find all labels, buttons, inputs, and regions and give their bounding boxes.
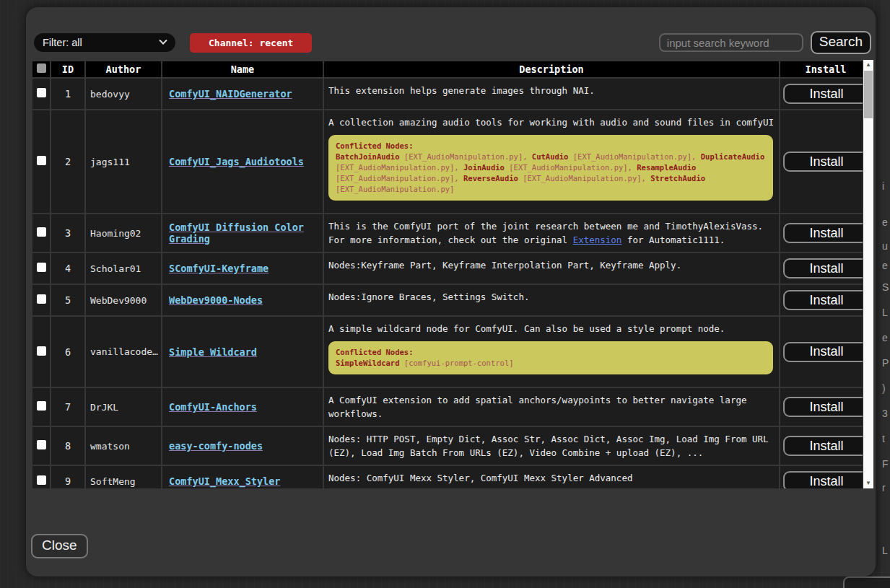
row-checkbox[interactable] <box>37 346 46 356</box>
row-name-link[interactable]: Simple Wildcard <box>169 346 257 358</box>
conflict-node-name: ResampleAudio <box>637 163 696 172</box>
conflict-node-file: [EXT_AudioManipulation.py], <box>400 152 532 161</box>
table-scrollbar[interactable]: ▲ ▼ <box>863 60 873 488</box>
row-checkbox[interactable] <box>37 294 46 304</box>
row-author: vanillacode… <box>86 317 161 387</box>
background-partial-button <box>843 576 890 588</box>
row-id: 3 <box>51 214 84 252</box>
install-button[interactable]: Install <box>783 84 863 104</box>
row-checkbox[interactable] <box>37 156 46 165</box>
install-button[interactable]: Install <box>783 397 863 417</box>
conflict-node-file: [EXT_AudioManipulation.py], <box>336 174 463 183</box>
background-menu-text-fragment: e <box>882 216 888 228</box>
row-description: Nodes:Keyframe Part, Keyframe Interpolat… <box>324 253 779 284</box>
row-id: 2 <box>51 110 84 213</box>
background-menu-text-fragment: F <box>882 458 889 470</box>
search-button[interactable]: Search <box>811 31 871 54</box>
install-button[interactable]: Install <box>783 436 863 456</box>
conflict-node-name: ReverseAudio <box>463 174 518 183</box>
background-menu-text-fragment: e <box>882 260 888 271</box>
background-menu-strip: ieueSLeP)3tFrL <box>881 0 890 588</box>
row-id: 4 <box>51 253 84 284</box>
row-description: Nodes: HTTP POST, Empty Dict, Assoc Str,… <box>324 427 779 465</box>
row-id: 1 <box>51 79 84 109</box>
conflict-box: Conflicted Nodes:SimpleWildcard [comfyui… <box>328 341 773 374</box>
row-name-link[interactable]: SComfyUI-Keyframe <box>169 263 269 274</box>
header-description: Description <box>324 61 779 77</box>
custom-nodes-installer-dialog: Filter: all Channel: recent Search ID Au… <box>26 7 876 576</box>
nodes-table-container: ID Author Name Description Install 1bedo… <box>31 60 873 488</box>
row-author: SoftMeng <box>86 466 161 488</box>
row-checkbox[interactable] <box>37 263 46 272</box>
filter-dropdown[interactable]: Filter: all <box>34 33 175 52</box>
install-button[interactable]: Install <box>783 152 863 172</box>
background-menu-text-fragment: u <box>882 240 888 252</box>
nodes-table: ID Author Name Description Install 1bedo… <box>31 60 863 488</box>
header-id: ID <box>51 61 84 77</box>
row-checkbox[interactable] <box>37 227 46 237</box>
conflict-node-name: CutAudio <box>532 152 569 161</box>
conflict-node-file: [EXT_AudioManipulation.py], <box>568 152 700 161</box>
row-checkbox[interactable] <box>37 401 46 411</box>
row-name-link[interactable]: ComfyUI Diffusion Color Grading <box>169 221 304 245</box>
install-button[interactable]: Install <box>783 258 863 278</box>
row-name-link[interactable]: ComfyUI-Anchors <box>169 401 257 413</box>
header-author: Author <box>86 61 161 77</box>
row-checkbox[interactable] <box>37 475 46 485</box>
conflict-node-name: SimpleWildcard <box>336 359 400 367</box>
background-menu-text-fragment: r <box>882 482 886 493</box>
background-menu-text-fragment: L <box>882 307 888 318</box>
search-input[interactable] <box>659 33 803 52</box>
header-name: Name <box>162 61 323 77</box>
scrollbar-up-arrow-icon[interactable]: ▲ <box>863 60 873 70</box>
conflict-node-file: [EXT_AudioManipulation.py], <box>336 163 463 172</box>
conflict-node-name: JoinAudio <box>463 163 505 172</box>
background-menu-text-fragment: e <box>882 332 888 343</box>
conflict-title: Conflicted Nodes: <box>336 141 766 152</box>
table-row: 1bedovyyComfyUI_NAIDGeneratorThis extens… <box>32 79 863 109</box>
conflict-box: Conflicted Nodes:BatchJoinAudio [EXT_Aud… <box>328 135 773 201</box>
table-row: 7DrJKLComfyUI-AnchorsA ComfyUI extension… <box>32 388 863 426</box>
dialog-toolbar: Filter: all Channel: recent Search <box>34 32 871 53</box>
table-row: 3Haoming02ComfyUI Diffusion Color Gradin… <box>32 214 863 252</box>
conflict-node-name: StretchAudio <box>650 174 705 183</box>
row-name-link[interactable]: ComfyUI_Jags_Audiotools <box>169 156 304 167</box>
row-description: This is the ComfyUI port of the joint re… <box>324 214 779 252</box>
select-all-checkbox[interactable] <box>37 63 46 73</box>
description-text: A collection amazing audio tools for wor… <box>328 117 774 128</box>
scrollbar-thumb[interactable] <box>864 71 873 118</box>
row-checkbox[interactable] <box>37 440 46 449</box>
channel-badge[interactable]: Channel: recent <box>190 33 312 53</box>
conflict-node-file: [comfyui-prompt-control] <box>400 359 514 367</box>
install-button[interactable]: Install <box>783 223 863 243</box>
row-description: A simple wildcard node for ComfyUI. Can … <box>324 317 779 387</box>
row-id: 7 <box>51 388 84 426</box>
row-author: DrJKL <box>86 388 161 426</box>
row-name-link[interactable]: WebDev9000-Nodes <box>169 294 263 306</box>
row-name-link[interactable]: ComfyUI_NAIDGenerator <box>169 88 292 100</box>
row-name-link[interactable]: easy-comfy-nodes <box>169 440 263 452</box>
description-text: for Automatic1111. <box>621 234 725 245</box>
chevron-down-icon <box>159 37 167 45</box>
row-id: 8 <box>51 427 84 465</box>
install-button[interactable]: Install <box>783 342 863 362</box>
row-author: Scholar01 <box>86 253 161 284</box>
row-author: bedovyy <box>86 79 161 109</box>
description-link[interactable]: Extension <box>573 234 622 245</box>
description-text: Nodes: HTTP POST, Empty Dict, Assoc Str,… <box>328 434 769 458</box>
scrollbar-down-arrow-icon[interactable]: ▼ <box>863 478 873 488</box>
conflict-node-file: [EXT_AudioManipulation.py] <box>336 185 454 193</box>
background-menu-text-fragment: P <box>882 357 889 369</box>
install-button[interactable]: Install <box>783 290 863 310</box>
conflict-node-file: [EXT_AudioManipulation.py], <box>518 174 650 183</box>
filter-dropdown-label: Filter: all <box>43 37 82 48</box>
description-text: Nodes: ComfyUI Mexx Styler, ComfyUI Mexx… <box>328 473 632 483</box>
row-name-link[interactable]: ComfyUI_Mexx_Styler <box>169 475 280 487</box>
close-button[interactable]: Close <box>31 534 88 558</box>
description-text: Nodes:Ignore Braces, Settings Switch. <box>328 291 529 302</box>
row-checkbox[interactable] <box>37 88 46 97</box>
install-button[interactable]: Install <box>783 471 863 488</box>
row-author: jags111 <box>86 110 161 213</box>
table-row: 6vanillacode…Simple WildcardA simple wil… <box>32 317 863 387</box>
row-id: 5 <box>51 285 84 315</box>
